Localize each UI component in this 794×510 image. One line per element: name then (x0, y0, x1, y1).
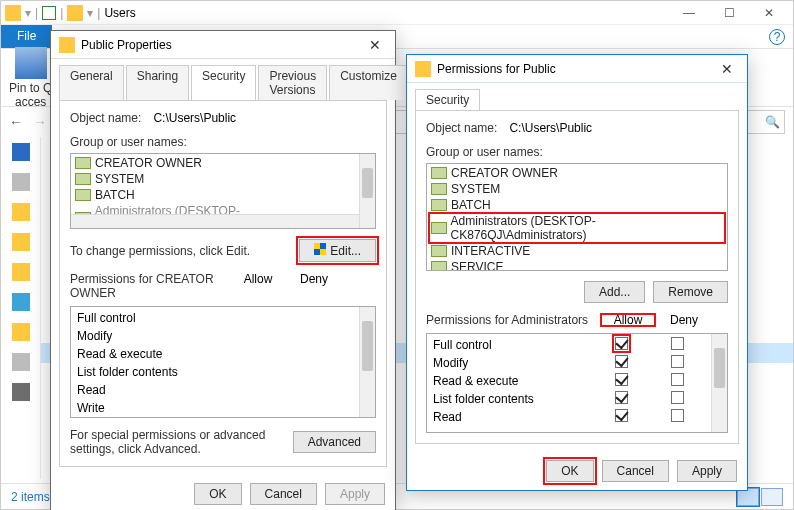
list-item: SYSTEM (73, 171, 373, 187)
deny-checkbox[interactable] (671, 391, 684, 404)
users-icon (431, 245, 447, 257)
users-icon (431, 167, 447, 179)
users-icon (431, 261, 447, 271)
permissions-table: Full controlModifyRead & executeList fol… (70, 306, 376, 418)
perm-row: Full control (77, 309, 369, 327)
deny-checkbox[interactable] (671, 337, 684, 350)
list-item-selected[interactable]: Administrators (DESKTOP-CK876QJ\Administ… (429, 213, 725, 243)
list-item: CREATOR OWNER (73, 155, 373, 171)
search-icon: 🔍 (765, 115, 780, 129)
pin-quick-access[interactable]: Pin to Q acces (9, 47, 52, 109)
folder-nav-icon[interactable] (12, 263, 30, 281)
advanced-button[interactable]: Advanced (293, 431, 376, 453)
users-icon (431, 199, 447, 211)
forward-button[interactable]: → (33, 114, 47, 130)
network-icon[interactable] (12, 383, 30, 401)
tab-customize[interactable]: Customize (329, 65, 408, 100)
file-tab[interactable]: File (1, 25, 52, 48)
special-perm-text: For special permissions or advanced sett… (70, 428, 293, 456)
deny-header: Deny (286, 272, 342, 300)
folder-icon (5, 5, 21, 21)
minimize-button[interactable]: — (669, 1, 709, 25)
scrollbar[interactable] (359, 154, 375, 228)
tab-sharing[interactable]: Sharing (126, 65, 189, 100)
group-list-label: Group or user names: (70, 135, 376, 149)
perm-row: Modify (77, 327, 369, 345)
permissions-table: Full controlModifyRead & executeList fol… (426, 333, 728, 433)
icons-view-button[interactable] (761, 488, 783, 506)
remove-button[interactable]: Remove (653, 281, 728, 303)
close-button[interactable]: ✕ (749, 1, 789, 25)
perm-row: List folder contents (77, 363, 369, 381)
folder-nav-icon[interactable] (12, 233, 30, 251)
users-icon (75, 173, 91, 185)
tab-general[interactable]: General (59, 65, 124, 100)
scrollbar[interactable] (711, 334, 727, 432)
permissions-dialog: Permissions for Public ✕ Security Object… (406, 54, 748, 491)
deny-checkbox[interactable] (671, 409, 684, 422)
apply-button[interactable]: Apply (677, 460, 737, 482)
onedrive-icon[interactable] (12, 143, 30, 161)
apply-button[interactable]: Apply (325, 483, 385, 505)
users-icon (431, 183, 447, 195)
close-icon[interactable]: ✕ (363, 37, 387, 53)
dialog-title: Public Properties (81, 38, 172, 52)
group-listbox[interactable]: CREATOR OWNER SYSTEM BATCH Administrator… (426, 163, 728, 271)
deny-checkbox[interactable] (671, 373, 684, 386)
folder-nav-icon[interactable] (12, 323, 30, 341)
list-item: SYSTEM (429, 181, 725, 197)
allow-checkbox[interactable] (615, 373, 628, 386)
allow-checkbox[interactable] (615, 391, 628, 404)
perm-row: Full control (433, 336, 721, 354)
dialog-buttons: OK Cancel Apply (407, 452, 747, 490)
shield-icon (314, 243, 326, 255)
perm-row: Read (433, 408, 721, 426)
list-item: CREATOR OWNER (429, 165, 725, 181)
object-name-label: Object name: (426, 121, 497, 135)
object-name-label: Object name: (70, 111, 141, 125)
dialog-titlebar[interactable]: Public Properties ✕ (51, 31, 395, 59)
maximize-button[interactable]: ☐ (709, 1, 749, 25)
folder-icon (415, 61, 431, 77)
allow-checkbox[interactable] (615, 355, 628, 368)
object-name-value: C:\Users\Public (509, 121, 592, 135)
scrollbar[interactable] (359, 307, 375, 417)
group-listbox[interactable]: CREATOR OWNER SYSTEM BATCH Administrator… (70, 153, 376, 229)
tab-security[interactable]: Security (415, 89, 480, 110)
back-button[interactable]: ← (9, 114, 23, 130)
pin-icon (15, 47, 47, 79)
dialog-titlebar[interactable]: Permissions for Public ✕ (407, 55, 747, 83)
status-count: 2 items (11, 490, 50, 504)
ok-button[interactable]: OK (546, 460, 593, 482)
drive-icon[interactable] (12, 353, 30, 371)
perm-row: Modify (433, 354, 721, 372)
close-icon[interactable]: ✕ (715, 61, 739, 77)
this-pc-icon[interactable] (12, 173, 30, 191)
permissions-for-label: Permissions for CREATOR OWNER (70, 272, 230, 300)
window-title: Users (104, 6, 135, 20)
permissions-for-label: Permissions for Administrators (426, 313, 600, 327)
dialog-buttons: OK Cancel Apply (51, 475, 395, 510)
scrollbar[interactable] (71, 214, 359, 228)
perm-row: Read & execute (433, 372, 721, 390)
titlebar: ▾ | | ▾ | Users — ☐ ✕ (1, 1, 793, 25)
change-perm-text: To change permissions, click Edit. (70, 244, 299, 258)
perm-row: Read (77, 381, 369, 399)
cancel-button[interactable]: Cancel (602, 460, 669, 482)
allow-checkbox[interactable] (615, 337, 628, 350)
music-icon[interactable] (12, 293, 30, 311)
cancel-button[interactable]: Cancel (250, 483, 317, 505)
allow-checkbox[interactable] (615, 409, 628, 422)
deny-checkbox[interactable] (671, 355, 684, 368)
add-button[interactable]: Add... (584, 281, 645, 303)
perm-row: Read & execute (77, 345, 369, 363)
folder-nav-icon[interactable] (12, 203, 30, 221)
edit-button[interactable]: Edit... (299, 239, 376, 262)
nav-sidebar (1, 137, 41, 479)
perm-row: List folder contents (433, 390, 721, 408)
ok-button[interactable]: OK (194, 483, 241, 505)
object-name-value: C:\Users\Public (153, 111, 236, 125)
tab-previous-versions[interactable]: Previous Versions (258, 65, 327, 100)
tab-security[interactable]: Security (191, 65, 256, 100)
help-icon[interactable]: ? (769, 29, 785, 45)
